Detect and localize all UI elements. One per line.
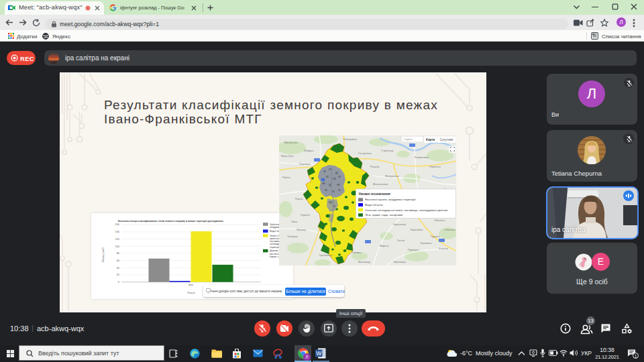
svg-text:Ганнусівка: Ганнусівка — [358, 152, 372, 155]
svg-text:Кознина: Кознина — [435, 219, 445, 222]
svg-text:Лапівка: Лапівка — [352, 251, 362, 254]
svg-text:Ліси, парки, сади, чагарники: Ліси, парки, сади, чагарники — [365, 213, 403, 217]
svg-text:Гостів: Гостів — [397, 239, 405, 242]
svg-text:Ямниця: Ямниця — [297, 228, 307, 231]
svg-text:Виноград: Виноград — [358, 260, 370, 263]
svg-text:Луковиня: Луковиня — [420, 241, 431, 245]
svg-text:Прибила: Прибила — [408, 248, 419, 251]
svg-text:Layers: Layers — [404, 137, 413, 141]
svg-text:Вільшаниця: Вільшаниця — [373, 182, 388, 186]
svg-text:Карта: Карта — [426, 138, 435, 141]
svg-text:Грабовець: Грабовець — [319, 253, 333, 257]
svg-text:Королівка: Королівка — [411, 228, 423, 231]
svg-text:Сільсько-господарські землі, п: Сільсько-господарські землі, пасовища, н… — [365, 208, 448, 212]
svg-text:Класи: Класи — [187, 291, 195, 294]
svg-text:Умовні позначення: Умовні позначення — [359, 192, 390, 196]
svg-text:Височанка: Височанка — [284, 141, 298, 144]
svg-text:140: 140 — [115, 230, 120, 233]
svg-text:Рошнів: Рошнів — [370, 165, 379, 168]
svg-text:100: 100 — [115, 245, 120, 248]
svg-text:типи: типи — [188, 284, 193, 286]
svg-text:Загальна площа класифікованих: Загальна площа класифікованих типів земн… — [117, 220, 223, 223]
svg-text:Мотрунівка: Мотрунівка — [385, 174, 400, 178]
svg-text:Павлівка: Павлівка — [299, 162, 311, 166]
svg-text:120: 120 — [115, 237, 120, 241]
svg-text:Угринів: Угринів — [301, 213, 310, 217]
svg-text:Населені пункти, забудовані те: Населені пункти, забудовані території — [365, 198, 416, 201]
svg-text:Ворона: Ворона — [380, 244, 390, 247]
svg-text:Рибне: Рибне — [282, 176, 290, 179]
svg-text:Поварихка: Поварихка — [343, 137, 358, 141]
svg-text:Бобрівники: Бобрівники — [415, 156, 429, 159]
svg-text:Грушка: Грушка — [431, 235, 440, 238]
svg-text:Площа (км²): Площа (км²) — [101, 247, 105, 262]
svg-text:160: 160 — [115, 223, 120, 226]
svg-text:Сіваґани: Сіваґани — [444, 228, 455, 231]
svg-text:Ісханав: Ісханав — [439, 247, 448, 250]
svg-text:Стриганці: Стриганці — [381, 149, 393, 152]
svg-text:Нова Гута: Нова Гута — [281, 154, 294, 158]
svg-text:Поєль: Поєль — [295, 197, 303, 200]
svg-text:Супутник: Супутник — [440, 138, 454, 141]
svg-text:Перлінта: Перлінта — [429, 165, 441, 168]
svg-text:W: W — [316, 350, 321, 357]
svg-text:Водні об'єкти: Водні об'єкти — [365, 203, 383, 206]
svg-text:Лина: Лина — [291, 220, 298, 223]
svg-text:Забирки: Забирки — [287, 235, 297, 238]
svg-text:Торговиця: Торговиця — [393, 260, 406, 263]
svg-text:Майдан: Майдан — [304, 149, 314, 152]
svg-text:Чорноліщі: Чорноліщі — [393, 223, 406, 226]
